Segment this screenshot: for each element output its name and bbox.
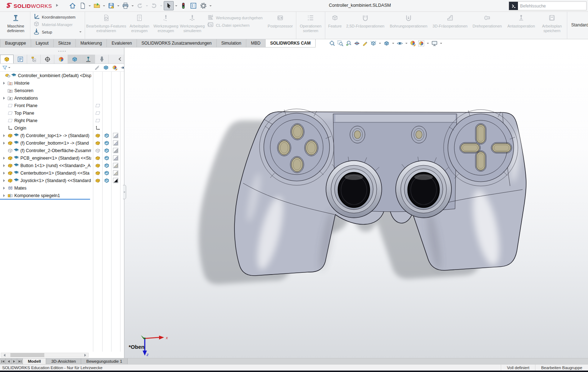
tree-item-komponente-spiegeln1[interactable]: Komponente spiegeln1 bbox=[0, 192, 124, 199]
study-tab-bewegungsstudie-1[interactable]: Bewegungsstudie 1 bbox=[81, 358, 127, 364]
tree-item-f-controller-2-oberfläche-zusamm[interactable]: (f) Controller_2-Oberfläche-Zusamm bbox=[0, 147, 124, 154]
appearance-swatch[interactable] bbox=[113, 148, 118, 154]
open-document-icon[interactable] bbox=[92, 1, 102, 10]
tab-cam-operation-tree[interactable] bbox=[81, 55, 95, 64]
tree-item-right-plane[interactable]: Right Plane bbox=[0, 117, 124, 124]
display-state-icon[interactable] bbox=[104, 163, 109, 169]
print-icon[interactable] bbox=[121, 1, 130, 10]
tree-item-centerbutton-1-standard-sta[interactable]: Centerbutton<1> (Standard) <<Sta bbox=[0, 169, 124, 177]
tree-item-f-controller-bottom-1-stand[interactable]: (f) Controller_bottom<1> -> (Stand bbox=[0, 139, 124, 147]
tab-solidworks-zusatzanwendungen[interactable]: SOLIDWORKS Zusatzanwendungen bbox=[137, 39, 217, 47]
logo-expand-icon[interactable] bbox=[56, 3, 59, 8]
dropdown-caret-icon[interactable] bbox=[117, 5, 119, 7]
dropdown-caret-icon[interactable] bbox=[209, 5, 212, 7]
scroll-left-icon[interactable] bbox=[1, 353, 6, 357]
tree-item-mates[interactable]: Mates bbox=[0, 184, 124, 192]
dropdown-caret-icon[interactable] bbox=[89, 5, 91, 7]
tab-dimxpertmanager[interactable] bbox=[41, 55, 54, 64]
last-tab-icon[interactable] bbox=[17, 358, 23, 364]
graphics-viewport[interactable]: x z *Oben bbox=[124, 47, 588, 358]
dropdown-caret-icon[interactable] bbox=[405, 43, 407, 45]
hide-column-icon[interactable] bbox=[94, 65, 100, 71]
tree-item-pcb-engineer-1-standard-sta[interactable]: PCB_engineer<1> (Standard) <<Sta bbox=[0, 154, 124, 162]
tree-item-front-plane[interactable]: Front Plane bbox=[0, 102, 124, 109]
performance-icon[interactable] bbox=[179, 1, 188, 10]
dropdown-caret-icon[interactable] bbox=[103, 5, 105, 7]
dropdown-caret-icon[interactable] bbox=[440, 43, 442, 45]
appearance-swatch[interactable] bbox=[113, 178, 118, 184]
display-state-icon[interactable] bbox=[104, 148, 109, 154]
dropdown-caret-icon[interactable] bbox=[79, 31, 81, 34]
display-style-icon[interactable] bbox=[383, 40, 390, 47]
tab-configurationmanager[interactable] bbox=[27, 55, 41, 64]
expander-icon[interactable] bbox=[2, 172, 8, 175]
dropdown-caret-icon[interactable] bbox=[427, 43, 429, 45]
tree-item-annotations[interactable]: Annotations bbox=[0, 94, 124, 102]
collapse-panel-icon[interactable] bbox=[109, 55, 124, 64]
select-cursor-icon[interactable] bbox=[164, 1, 174, 10]
tab-layout[interactable]: Layout bbox=[31, 39, 54, 47]
koordinatensystem-button[interactable]: Koordinatensystem bbox=[31, 13, 84, 21]
tab-featuremanager[interactable] bbox=[0, 55, 14, 64]
study-tab-3d-ansichten[interactable]: 3D-Ansichten bbox=[46, 358, 81, 364]
tree-item-top-plane[interactable]: Top Plane bbox=[0, 109, 124, 117]
dropdown-caret-icon[interactable] bbox=[132, 5, 134, 7]
home-icon[interactable] bbox=[68, 1, 77, 10]
tree-item-controller-kombiniert-default-displa[interactable]: Controller_kombiniert (Default) <Displa bbox=[0, 72, 124, 79]
dropdown-caret-icon[interactable] bbox=[392, 43, 394, 45]
appearance-swatch[interactable] bbox=[113, 163, 118, 169]
expander-icon[interactable] bbox=[2, 164, 8, 167]
view-orientation-icon[interactable] bbox=[370, 40, 377, 47]
tree-item-f-controller-top-1-standard[interactable]: (f) Controller_top<1> -> (Standard) bbox=[0, 132, 124, 139]
save-icon[interactable] bbox=[107, 1, 116, 10]
appearance-column-icon[interactable] bbox=[112, 65, 118, 71]
appearance-swatch[interactable] bbox=[113, 155, 118, 162]
display-state-icon[interactable] bbox=[104, 178, 109, 184]
settings-gear-icon[interactable] bbox=[199, 1, 208, 10]
zoom-to-fit-icon[interactable] bbox=[329, 40, 336, 47]
tab-displaymanager[interactable] bbox=[54, 55, 68, 64]
tree-item-sensoren[interactable]: Sensoren bbox=[0, 87, 124, 94]
search-input[interactable] bbox=[518, 4, 586, 9]
expander-icon[interactable] bbox=[2, 187, 8, 190]
panel-splitter-handle[interactable] bbox=[123, 185, 126, 199]
dropdown-caret-icon[interactable] bbox=[146, 5, 148, 7]
tree-horizontal-scrollbar[interactable] bbox=[1, 353, 89, 357]
new-document-icon[interactable] bbox=[78, 1, 87, 10]
tab-solidworks-cam[interactable]: SOLIDWORKS CAM bbox=[266, 39, 316, 47]
tab-markierung[interactable]: Markierung bbox=[76, 39, 107, 47]
display-state-column-icon[interactable] bbox=[103, 65, 109, 71]
expander-icon[interactable] bbox=[2, 179, 8, 182]
tab-skizze[interactable]: Skizze bbox=[54, 39, 76, 47]
display-state-icon[interactable] bbox=[104, 133, 109, 139]
view-settings-icon[interactable] bbox=[431, 40, 438, 47]
command-search[interactable] bbox=[509, 1, 587, 10]
filter-icon[interactable] bbox=[2, 65, 11, 70]
panel-splitter-handle-top[interactable] bbox=[0, 47, 124, 55]
zoom-to-area-icon[interactable] bbox=[337, 40, 344, 47]
tree-item-button-1-1-rund-standard-a[interactable]: Button 1<1> (rund) <<Standard>_A bbox=[0, 162, 124, 169]
expander-icon[interactable] bbox=[2, 194, 8, 197]
tree-item-joystick-1-standard-standard[interactable]: Joystick<1> (Standard) <<Standard bbox=[0, 177, 124, 184]
scroll-right-icon[interactable] bbox=[83, 353, 88, 357]
display-state-icon[interactable] bbox=[104, 155, 109, 162]
tree-item-origin[interactable]: Origin bbox=[0, 124, 124, 132]
display-state-icon[interactable] bbox=[104, 170, 109, 177]
apply-scene-icon[interactable] bbox=[418, 40, 425, 47]
expander-icon[interactable] bbox=[2, 134, 8, 137]
appearance-swatch[interactable] bbox=[113, 133, 118, 139]
tab-evaluieren[interactable]: Evaluieren bbox=[107, 39, 137, 47]
controller-model[interactable] bbox=[234, 109, 526, 276]
display-state-icon[interactable] bbox=[104, 140, 109, 147]
tab-propertymanager[interactable] bbox=[14, 55, 27, 64]
hide-show-items-icon[interactable] bbox=[396, 40, 403, 47]
edit-appearance-icon[interactable] bbox=[410, 40, 416, 47]
setup-button[interactable]: Setup bbox=[31, 28, 84, 36]
dropdown-caret-icon[interactable] bbox=[160, 5, 162, 7]
tab-simulation[interactable]: Simulation bbox=[217, 39, 246, 47]
appearance-swatch[interactable] bbox=[113, 140, 118, 147]
annotation-view-icon[interactable] bbox=[362, 40, 369, 47]
first-tab-icon[interactable] bbox=[0, 358, 6, 364]
expander-icon[interactable] bbox=[2, 157, 8, 160]
previous-view-icon[interactable] bbox=[345, 40, 352, 47]
